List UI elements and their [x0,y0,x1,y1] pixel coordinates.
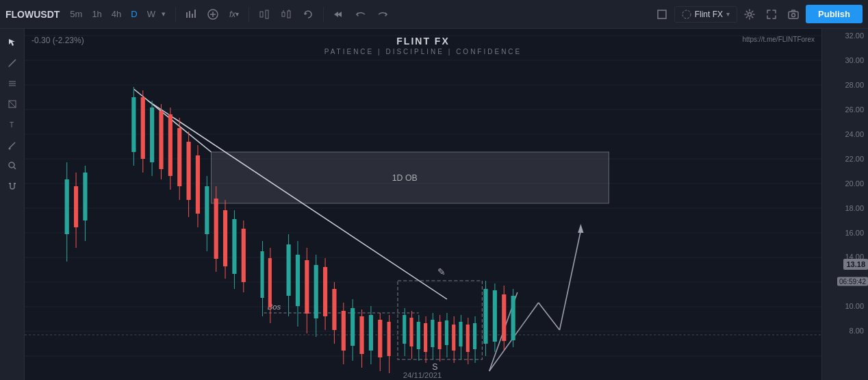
price-scale: 32.00 30.00 28.00 26.00 24.00 22.00 20.0… [821,29,868,380]
profile-btn[interactable]: Flint FX ▾ [674,6,737,23]
svg-rect-99 [305,260,309,314]
price-label-26: 26.00 [845,105,864,114]
svg-rect-67 [141,97,145,159]
price-scale-labels: 32.00 30.00 28.00 26.00 24.00 22.00 20.0… [822,29,868,380]
current-time-badge: 06:59:42 [837,277,868,286]
tf-D[interactable]: D [127,6,140,22]
rectangle-tool-btn[interactable] [652,6,672,23]
redo-btn[interactable] [373,6,392,23]
profile-label: Flint FX [695,10,723,19]
price-label-20: 20.00 [845,179,864,188]
bar-type-btn[interactable] [255,6,274,23]
svg-rect-147 [511,296,515,340]
topbar-right: Flint FX ▾ Publish [652,5,863,23]
chart-canvas[interactable]: 1D OB Bos S ✎ [25,29,821,380]
heikin-btn[interactable] [277,6,296,23]
svg-rect-79 [196,155,200,214]
svg-rect-81 [205,186,209,234]
tf-W[interactable]: W [144,6,159,22]
svg-text:1D OB: 1D OB [392,173,418,183]
svg-rect-107 [342,311,346,351]
svg-rect-103 [323,267,327,316]
camera-btn[interactable] [784,6,803,23]
divider-1 [175,7,176,22]
tf-1h[interactable]: 1h [88,6,105,22]
tf-5m[interactable]: 5m [66,6,86,22]
price-label-30: 30.00 [845,56,864,64]
add-indicator-btn[interactable] [203,6,222,23]
svg-rect-119 [403,315,406,344]
svg-rect-113 [369,315,373,351]
divider-3 [323,7,324,22]
svg-rect-141 [483,289,487,344]
svg-rect-73 [168,114,173,176]
svg-point-15 [748,12,752,16]
price-label-8: 8.00 [850,327,864,335]
indicators-btn[interactable] [181,6,201,23]
tf-4h[interactable]: 4h [108,6,125,22]
svg-rect-8 [266,10,268,18]
svg-text:✎: ✎ [437,266,446,277]
undo-btn[interactable] [351,6,370,23]
price-label-18: 18.00 [845,204,864,212]
svg-rect-109 [350,308,355,346]
symbol-label: FLOWUSDT [5,9,60,20]
price-label-28: 28.00 [845,81,864,89]
divider-2 [248,7,249,22]
topbar: FLOWUSDT 5m 1h 4h D W ▾ fx ▾ Flint F [0,0,868,29]
svg-point-17 [792,13,795,16]
settings-btn[interactable] [740,6,759,23]
zoom-tool[interactable] [3,156,22,175]
chart-area[interactable]: -0.30 (-2.23%) FLINT FX PATIENCE | DISCI… [25,29,821,380]
svg-rect-10 [288,11,290,18]
current-price-badge: 13.18 [843,259,868,270]
svg-rect-83 [214,199,218,259]
svg-rect-115 [378,320,382,357]
svg-rect-71 [159,111,163,169]
price-label-16: 16.00 [845,229,864,237]
chart-title-sub: PATIENCE | DISCIPLINE | CONFIDENCE [324,48,522,55]
fibonacci-tool[interactable] [3,74,22,93]
svg-line-18 [9,60,16,66]
svg-rect-139 [473,323,476,349]
main-area: T -0.30 (-2.23%) FLINT FX PATIENCE | DIS… [0,29,868,380]
svg-line-23 [9,101,16,107]
svg-rect-101 [314,265,318,318]
cursor-tool[interactable] [3,33,22,52]
svg-line-27 [14,167,16,169]
gann-tool[interactable] [3,94,22,114]
brush-tool[interactable] [3,136,22,155]
svg-rect-77 [187,142,191,200]
draw-tool[interactable] [3,53,22,73]
text-tool[interactable]: T [3,115,22,134]
svg-rect-105 [332,289,336,330]
tf-chevron-icon[interactable]: ▾ [162,10,166,18]
svg-rect-7 [260,12,263,17]
svg-rect-143 [493,290,497,342]
svg-rect-3 [194,10,196,18]
svg-rect-125 [424,323,427,352]
svg-rect-93 [268,258,272,307]
svg-text:24/11/2021: 24/11/2021 [403,371,442,379]
publish-button[interactable]: Publish [806,5,863,23]
svg-rect-137 [466,325,470,352]
svg-rect-9 [282,12,285,16]
svg-rect-85 [223,210,227,266]
chart-title-overlay: FLINT FX PATIENCE | DISCIPLINE | CONFIDE… [324,36,522,55]
svg-rect-111 [359,316,363,354]
svg-rect-129 [438,322,442,349]
fullscreen-btn[interactable] [762,6,781,23]
svg-rect-97 [296,255,300,306]
magnet-tool[interactable] [3,177,22,196]
svg-rect-145 [502,294,506,341]
svg-rect-91 [260,251,264,298]
svg-rect-131 [445,320,448,345]
svg-rect-95 [287,244,291,296]
fx-btn[interactable]: fx ▾ [225,7,243,22]
svg-point-25 [8,148,10,150]
replay-btn[interactable] [298,6,318,23]
price-change-value: -0.30 (-2.23%) [31,36,84,45]
skip-back-btn[interactable] [329,6,348,23]
svg-marker-57 [578,224,583,233]
svg-rect-59 [65,179,69,234]
